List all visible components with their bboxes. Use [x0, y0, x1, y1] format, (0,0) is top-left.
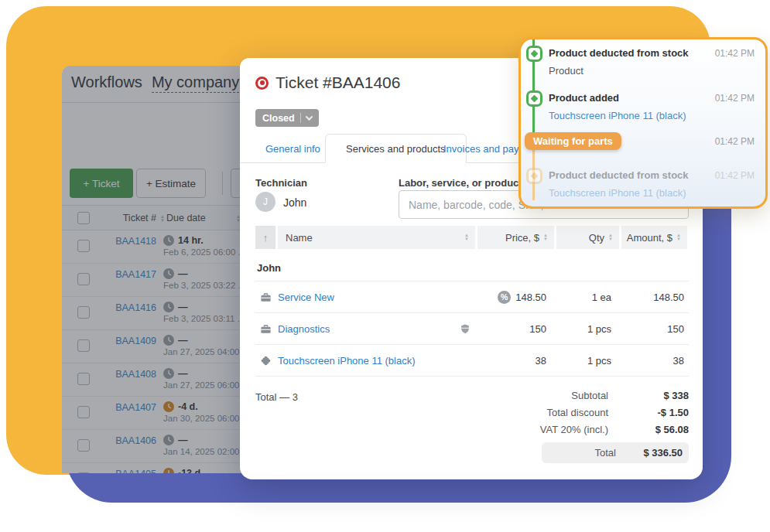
event-title: Product deducted from stock — [549, 169, 689, 181]
add-ticket-button[interactable]: + Ticket — [70, 169, 133, 198]
service-link[interactable]: Service New — [278, 292, 334, 303]
due-date: Jan 27, 2025 06:00... — [163, 380, 247, 390]
due-date: Feb 3, 2025 03:22 ... — [163, 281, 245, 290]
table-row[interactable]: Diagnostics 150 1 pcs 150 — [255, 313, 689, 345]
row-checkbox[interactable] — [77, 240, 90, 252]
qty-value: 1 pcs — [556, 355, 619, 367]
due-date: Feb 3, 2025 03:11 ... — [163, 314, 245, 323]
ticket-link[interactable]: BAA1409 — [110, 336, 156, 346]
totals-count: Total — 3 — [255, 391, 298, 403]
sort-direction-header[interactable]: ↑ — [255, 226, 275, 249]
row-checkbox[interactable] — [77, 273, 90, 285]
due-value: 14 hr. — [178, 235, 204, 246]
product-event-icon — [526, 46, 542, 62]
warranty-shield-icon — [460, 323, 471, 335]
page: WorkflowsMy company + Ticket + Estimate … — [0, 0, 770, 532]
ticket-link[interactable]: BAA1405 — [110, 469, 156, 473]
clock-overdue-icon — [163, 401, 174, 412]
clock-icon — [163, 235, 174, 246]
sort-icon — [543, 234, 548, 241]
discount-value: -$ 1.50 — [622, 407, 689, 418]
ticket-link[interactable]: BAA1417 — [110, 269, 156, 280]
due-value: -13 d. — [178, 468, 204, 473]
status-badge: Waiting for parts — [525, 132, 621, 150]
tab-general-info[interactable]: General info — [265, 134, 320, 163]
event-feed-panel: Product deducted from stock 01:42 PM Pro… — [518, 37, 768, 209]
event-product-link[interactable]: Touchscreen iPhone 11 (black) — [549, 110, 686, 121]
product-event-icon — [526, 168, 542, 184]
ticket-number-column-header[interactable]: Ticket # — [110, 213, 156, 223]
event-item: Product added 01:42 PM Touchscreen iPhon… — [529, 92, 755, 121]
event-item-faded: Product deducted from stock 01:42 PM Tou… — [529, 169, 755, 199]
product-event-icon — [526, 90, 542, 107]
due-date-column-header[interactable]: Due date — [166, 213, 206, 223]
name-column-header[interactable]: Name — [278, 226, 475, 249]
technician-label: Technician — [255, 177, 307, 189]
row-checkbox[interactable] — [77, 373, 90, 385]
price-value: 148.50 — [515, 292, 546, 303]
row-checkbox[interactable] — [77, 406, 90, 418]
table-row[interactable]: Service New %148.50 1 ea 148.50 — [255, 281, 689, 313]
event-time: 01:42 PM — [715, 136, 755, 147]
due-value: — — [178, 302, 188, 312]
amount-column-header[interactable]: Amount, $ — [621, 226, 687, 249]
clock-icon — [163, 368, 174, 379]
ticket-link[interactable]: BAA1418 — [110, 236, 156, 247]
service-briefcase-icon — [255, 323, 275, 335]
clock-icon — [163, 268, 174, 279]
technician-group-row: John — [255, 255, 689, 281]
row-checkbox[interactable] — [77, 306, 90, 319]
table-row[interactable]: Touchscreen iPhone 11 (black) 38 1 pcs 3… — [255, 345, 689, 377]
sort-icon — [676, 234, 681, 241]
avatar: J — [255, 192, 275, 212]
select-all-checkbox[interactable] — [77, 212, 90, 224]
toolbar-divider — [222, 172, 223, 195]
vat-value: $ 56.08 — [622, 424, 689, 435]
due-value: — — [178, 435, 188, 445]
sort-icon[interactable] — [160, 215, 165, 223]
ticket-link[interactable]: BAA1408 — [110, 369, 156, 380]
grand-total-row: Total $ 336.50 — [542, 442, 689, 463]
due-value: -4 d. — [178, 401, 198, 412]
clock-icon — [163, 335, 174, 346]
qty-value: 1 ea — [556, 292, 619, 303]
totals-section: Total — 3 Subtotal $ 338 Total discount … — [255, 387, 689, 463]
vat-label: VAT 20% (incl.) — [495, 424, 622, 435]
sort-icon — [608, 234, 613, 241]
ticket-link[interactable]: BAA1407 — [110, 402, 156, 413]
clock-icon — [163, 435, 174, 445]
amount-value: 150 — [621, 323, 687, 335]
price-column-header[interactable]: Price, $ — [477, 226, 554, 249]
total-value: $ 336.50 — [616, 447, 689, 459]
due-value: — — [178, 368, 188, 379]
event-time: 01:42 PM — [715, 48, 755, 59]
service-link[interactable]: Diagnostics — [278, 323, 330, 335]
chevron-down-icon — [305, 113, 313, 121]
row-checkbox[interactable] — [77, 439, 90, 452]
modal-title: Ticket #BAA1406 — [275, 73, 400, 92]
status-dropdown[interactable]: Closed — [255, 109, 319, 127]
event-title: Product deducted from stock — [549, 47, 689, 59]
event-product-link[interactable]: Touchscreen iPhone 11 (black) — [549, 187, 686, 199]
search-label: Labor, service, or product — [399, 177, 522, 189]
amount-value: 148.50 — [621, 292, 687, 303]
ticket-link[interactable]: BAA1406 — [110, 435, 156, 446]
clock-overdue-icon — [163, 468, 174, 473]
event-item: Product deducted from stock 01:42 PM Pro… — [529, 47, 755, 77]
qty-column-header[interactable]: Qty — [556, 226, 619, 249]
status-label: Closed — [262, 113, 295, 124]
company-selector[interactable]: My company — [152, 73, 239, 93]
price-value: 150 — [477, 323, 554, 335]
ticket-link[interactable]: BAA1416 — [110, 302, 156, 313]
event-title: Product added — [549, 92, 619, 104]
add-estimate-button[interactable]: + Estimate — [136, 169, 206, 198]
row-checkbox[interactable] — [77, 339, 90, 352]
page-title: Workflows — [71, 73, 142, 90]
product-link[interactable]: Touchscreen iPhone 11 (black) — [278, 355, 416, 367]
product-puzzle-icon — [255, 355, 275, 367]
pill-divider — [300, 113, 301, 123]
row-checkbox[interactable] — [77, 472, 90, 473]
price-value: 38 — [477, 355, 554, 367]
discount-label: Total discount — [495, 407, 622, 418]
due-date: Feb 6, 2025 06:00 ... — [163, 247, 245, 257]
